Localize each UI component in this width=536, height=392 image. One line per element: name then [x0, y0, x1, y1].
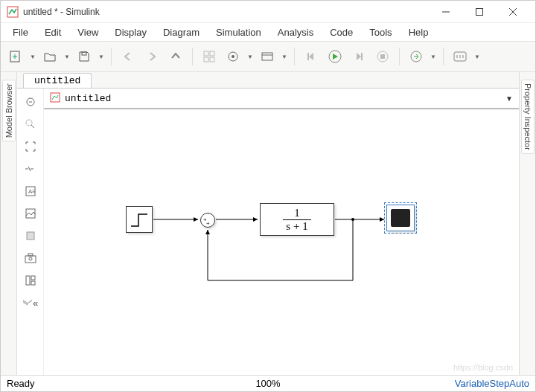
- svg-text:+: +: [206, 220, 210, 227]
- toolbar: ▼ ▼ ▼ ▼ ▼ ▼ ▼: [1, 41, 535, 72]
- stoptime-dropdown[interactable]: ▼: [473, 54, 481, 60]
- menu-diagram[interactable]: Diagram: [156, 25, 207, 39]
- svg-rect-10: [210, 51, 214, 56]
- hide-palette-button[interactable]: [22, 93, 39, 111]
- title-bar: untitled * - Simulink: [1, 1, 535, 23]
- window-title: untitled * - Simulink: [23, 7, 429, 17]
- image-button[interactable]: [22, 205, 39, 222]
- annotation-button[interactable]: A≡: [22, 182, 39, 200]
- status-zoom[interactable]: 100%: [181, 378, 355, 389]
- menu-code[interactable]: Code: [322, 25, 360, 39]
- breadcrumb-bar: untitled ▼: [44, 89, 519, 109]
- svg-rect-9: [204, 51, 208, 56]
- library-browser-button[interactable]: [199, 46, 220, 67]
- app-icon: [7, 6, 19, 18]
- minimize-button[interactable]: [429, 1, 462, 22]
- open-button[interactable]: [39, 46, 60, 67]
- menu-bar: File Edit View Display Diagram Simulatio…: [1, 23, 535, 41]
- menu-analysis[interactable]: Analysis: [270, 25, 321, 39]
- breadcrumb-dropdown[interactable]: ▼: [505, 94, 513, 103]
- svg-rect-33: [27, 232, 34, 240]
- save-dropdown[interactable]: ▼: [98, 54, 105, 60]
- svg-rect-2: [476, 8, 482, 15]
- maximize-button[interactable]: [462, 1, 496, 22]
- model-browser-tab[interactable]: Model Browser: [1, 72, 17, 375]
- transfer-fcn-block[interactable]: 1 s + 1: [260, 203, 334, 236]
- svg-point-28: [26, 120, 32, 126]
- menu-tools[interactable]: Tools: [362, 25, 399, 39]
- svg-rect-35: [28, 254, 33, 256]
- menu-display[interactable]: Display: [107, 25, 154, 39]
- sum-block[interactable]: ++: [200, 213, 215, 228]
- breadcrumb-model[interactable]: untitled: [65, 93, 111, 104]
- document-tabs: untitled: [17, 72, 519, 89]
- svg-rect-8: [82, 52, 86, 55]
- config-dropdown[interactable]: ▼: [246, 54, 254, 60]
- svg-rect-32: [26, 209, 35, 218]
- status-ready: Ready: [7, 378, 181, 389]
- svg-point-36: [29, 257, 32, 260]
- status-bar: Ready 100% VariableStepAuto: [1, 375, 535, 391]
- work-area: Model Browser untitled A≡ « untitl: [1, 72, 535, 375]
- watermark: https://blog.csdn: [453, 363, 513, 372]
- menu-file[interactable]: File: [5, 25, 36, 39]
- forward-button[interactable]: [141, 46, 162, 67]
- svg-point-14: [232, 55, 234, 58]
- new-dropdown[interactable]: ▼: [29, 54, 36, 60]
- stoptime-button[interactable]: [450, 46, 470, 67]
- stop-button[interactable]: [372, 46, 393, 67]
- svg-rect-0: [7, 7, 18, 17]
- area-button[interactable]: [22, 227, 39, 245]
- back-button[interactable]: [118, 46, 138, 67]
- svg-rect-21: [380, 54, 385, 59]
- canvas-palette: A≡ «: [17, 89, 44, 375]
- model-config-button[interactable]: [223, 46, 243, 67]
- save-button[interactable]: [74, 46, 95, 67]
- tf-denominator: s + 1: [283, 219, 310, 233]
- open-dropdown[interactable]: ▼: [63, 54, 71, 60]
- svg-rect-12: [210, 57, 214, 62]
- svg-point-44: [351, 218, 354, 221]
- step-block[interactable]: [126, 206, 153, 233]
- svg-text:A≡: A≡: [28, 188, 36, 195]
- menu-help[interactable]: Help: [401, 25, 436, 39]
- svg-rect-15: [262, 53, 272, 60]
- svg-line-29: [31, 125, 34, 128]
- fastrestart-button[interactable]: [406, 46, 427, 67]
- new-button[interactable]: [5, 46, 26, 67]
- viewmarks-button[interactable]: [22, 271, 39, 289]
- explorer-dropdown[interactable]: ▼: [281, 54, 288, 60]
- explorer-button[interactable]: [257, 46, 278, 67]
- status-solver[interactable]: VariableStepAuto: [355, 378, 529, 389]
- svg-rect-37: [26, 276, 30, 285]
- svg-rect-40: [51, 93, 60, 102]
- sample-time-button[interactable]: [22, 160, 39, 178]
- signal-lines: [44, 109, 519, 375]
- diagram-canvas[interactable]: ++ 1 s + 1 https://blog.csdn: [44, 109, 519, 375]
- menu-simulation[interactable]: Simulation: [208, 25, 269, 39]
- property-inspector-tab[interactable]: Property Inspector: [519, 72, 535, 375]
- fit-view-button[interactable]: [22, 138, 39, 155]
- tf-numerator: 1: [294, 207, 300, 219]
- svg-rect-38: [31, 276, 35, 280]
- collapse-palette-button[interactable]: «: [22, 294, 39, 312]
- zoom-in-button[interactable]: [22, 115, 39, 133]
- fastrestart-dropdown[interactable]: ▼: [430, 54, 437, 60]
- close-button[interactable]: [496, 1, 529, 22]
- model-icon: [50, 92, 60, 105]
- step-back-button[interactable]: [301, 46, 322, 67]
- svg-rect-11: [204, 57, 208, 62]
- menu-edit[interactable]: Edit: [37, 25, 68, 39]
- step-forward-button[interactable]: [348, 46, 369, 67]
- scope-block[interactable]: [386, 205, 415, 231]
- svg-rect-39: [31, 281, 35, 285]
- svg-rect-34: [25, 256, 36, 263]
- tab-untitled[interactable]: untitled: [23, 73, 92, 88]
- up-button[interactable]: [165, 46, 186, 67]
- screenshot-button[interactable]: [22, 249, 39, 267]
- menu-view[interactable]: View: [70, 25, 106, 39]
- run-button[interactable]: [325, 46, 345, 67]
